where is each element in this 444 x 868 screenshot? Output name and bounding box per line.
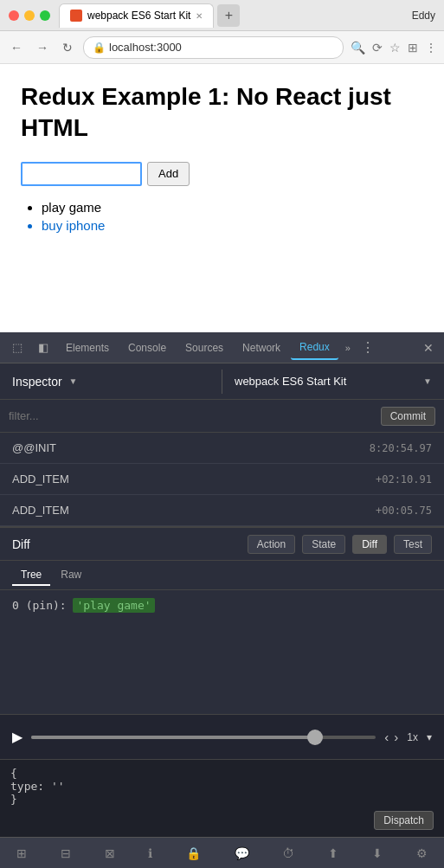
url-input[interactable]: 🔒 localhost:3000 (83, 36, 344, 59)
url-action-icons: 🔍 ⟳ ☆ ⊞ ⋮ (351, 41, 437, 55)
todo-list: play game buy iphone (21, 200, 423, 233)
bottom-panel: Diff Action State Diff Test Tree Raw 0 (… (0, 526, 444, 714)
dispatch-line-3: } (10, 793, 434, 806)
tree-tab[interactable]: Tree (12, 565, 50, 586)
forward-btn[interactable]: → (33, 39, 52, 56)
extensions-icon[interactable]: ⊞ (408, 41, 418, 55)
action-time: 8:20:54.97 (370, 442, 432, 454)
add-item-row: Add (21, 162, 423, 186)
download-icon[interactable]: ⬇ (365, 841, 389, 865)
panel-header: Diff Action State Diff Test (0, 528, 444, 561)
upload-icon[interactable]: ⬆ (321, 841, 345, 865)
url-text: localhost:3000 (109, 41, 182, 54)
tab-favicon-icon (70, 10, 82, 22)
search-icon[interactable]: 🔍 (351, 41, 365, 55)
commit-button[interactable]: Commit (381, 407, 435, 426)
chat-icon[interactable]: 💬 (228, 841, 256, 865)
traffic-lights (9, 10, 50, 21)
action-name: @@INIT (12, 441, 370, 454)
diff-value: 'play game' (73, 598, 154, 613)
grid4-icon[interactable]: ⊟ (54, 841, 78, 865)
back-btn[interactable]: ← (7, 39, 26, 56)
action-list: @@INIT 8:20:54.97 ADD_ITEM +02:10.91 ADD… (0, 433, 444, 526)
tab-sources[interactable]: Sources (177, 336, 232, 360)
info-icon[interactable]: ℹ (141, 841, 159, 865)
inspector-label: Inspector (12, 375, 62, 389)
filter-row: Commit (0, 400, 444, 433)
tab-bar: webpack ES6 Start Kit ✕ + (59, 3, 412, 28)
tab-network[interactable]: Network (234, 336, 289, 360)
dispatch-line-1: { (10, 767, 434, 780)
browser-titlebar: webpack ES6 Start Kit ✕ + Eddy (0, 0, 444, 31)
tab-title: webpack ES6 Start Kit (87, 10, 190, 22)
refresh-btn[interactable]: ↻ (59, 39, 76, 56)
diff-btn[interactable]: Diff (352, 535, 387, 554)
user-label: Eddy (412, 10, 435, 22)
store-label: webpack ES6 Start Kit (235, 375, 346, 388)
transport-nav: ‹ › (384, 730, 398, 744)
tree-raw-tabs: Tree Raw (0, 561, 444, 590)
test-btn[interactable]: Test (394, 535, 432, 554)
maximize-window-btn[interactable] (40, 10, 50, 21)
action-row-init[interactable]: @@INIT 8:20:54.97 (0, 433, 444, 464)
diff-key: 0 (pin): (12, 599, 67, 612)
action-time: +02:10.91 (376, 473, 432, 485)
dispatch-area: { type: '' } Dispatch (0, 759, 444, 837)
diff-label: Diff (12, 537, 30, 551)
address-bar: ← → ↻ 🔒 localhost:3000 🔍 ⟳ ☆ ⊞ ⋮ (0, 31, 444, 64)
action-name: ADD_ITEM (12, 473, 376, 485)
settings-icon[interactable]: ⚙ (409, 841, 434, 865)
slider-thumb[interactable] (307, 730, 323, 745)
add-button[interactable]: Add (147, 162, 190, 186)
filter-input[interactable] (9, 409, 374, 422)
action-row-add2[interactable]: ADD_ITEM +00:05.75 (0, 495, 444, 526)
item-input[interactable] (21, 162, 142, 186)
grid6-icon[interactable]: ⊠ (98, 841, 122, 865)
dispatch-footer: Dispatch (10, 811, 434, 830)
timeline-slider[interactable] (31, 736, 376, 739)
page-content: Redux Example 1: No React just HTML Add … (0, 64, 444, 332)
inspector-icon[interactable]: ◧ (31, 336, 55, 360)
grid2-icon[interactable]: ⊞ (10, 841, 34, 865)
slider-fill (31, 736, 314, 739)
bookmark-icon[interactable]: ☆ (389, 41, 401, 55)
inspector-right: webpack ES6 Start Kit ▼ (222, 375, 444, 388)
dispatch-line-2: type: '' (10, 780, 434, 793)
tab-redux[interactable]: Redux (291, 336, 338, 360)
play-button[interactable]: ▶ (12, 729, 23, 745)
new-tab-btn[interactable]: + (217, 4, 240, 27)
inspector-left: Inspector ▼ (0, 375, 222, 389)
cursor-icon[interactable]: ⬚ (5, 336, 29, 360)
reload-icon[interactable]: ⟳ (372, 41, 383, 55)
diff-content: 0 (pin): 'play game' (0, 590, 444, 714)
action-time: +00:05.75 (376, 505, 432, 517)
tab-console[interactable]: Console (119, 336, 175, 360)
lock-icon[interactable]: 🔒 (179, 841, 208, 865)
raw-tab[interactable]: Raw (52, 565, 90, 586)
list-item: play game (42, 200, 423, 215)
devtools-close-btn[interactable]: ✕ (418, 341, 439, 355)
devtools-topbar: ⬚ ◧ Elements Console Sources Network Red… (0, 332, 444, 363)
action-row-add1[interactable]: ADD_ITEM +02:10.91 (0, 464, 444, 495)
inspector-chevron-icon[interactable]: ▼ (69, 376, 78, 386)
speed-label: 1x (407, 731, 418, 743)
tab-close-btn[interactable]: ✕ (196, 11, 203, 21)
minimize-window-btn[interactable] (24, 10, 35, 21)
speed-dropdown[interactable]: ▾ (427, 731, 432, 743)
menu-icon[interactable]: ⋮ (425, 41, 437, 55)
devtools-menu-btn[interactable]: ⋮ (357, 339, 378, 356)
prev-action-btn[interactable]: ‹ (384, 730, 389, 744)
close-window-btn[interactable] (9, 10, 19, 21)
tab-elements[interactable]: Elements (57, 336, 118, 360)
next-action-btn[interactable]: › (394, 730, 398, 744)
dispatch-button[interactable]: Dispatch (374, 811, 434, 830)
page-title: Redux Example 1: No React just HTML (21, 81, 423, 145)
more-tabs-btn[interactable]: » (340, 343, 356, 353)
state-btn[interactable]: State (302, 535, 345, 554)
active-tab[interactable]: webpack ES6 Start Kit ✕ (59, 3, 214, 28)
action-btn[interactable]: Action (248, 535, 295, 554)
store-chevron-icon[interactable]: ▼ (423, 376, 432, 386)
timer-icon[interactable]: ⏱ (275, 841, 301, 865)
dispatch-code[interactable]: { type: '' } (10, 767, 434, 806)
bottom-toolbar: ⊞ ⊟ ⊠ ℹ 🔒 💬 ⏱ ⬆ ⬇ ⚙ (0, 837, 444, 868)
